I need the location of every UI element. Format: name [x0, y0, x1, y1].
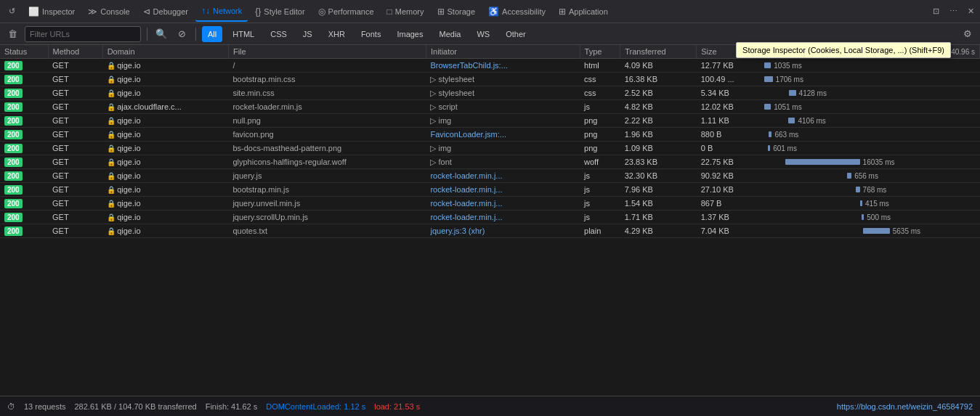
cell-initiator[interactable]: FaviconLoader.jsm:... — [426, 128, 580, 142]
cell-file[interactable]: favicon.png — [228, 128, 426, 142]
cell-type: js — [580, 100, 620, 114]
cell-initiator[interactable]: rocket-loader.min.j... — [426, 197, 580, 211]
cell-file[interactable]: jquery.unveil.min.js — [228, 197, 426, 211]
cell-size: 1.11 KB — [697, 114, 760, 128]
cell-file[interactable]: / — [228, 59, 426, 73]
cell-file[interactable]: null.png — [228, 114, 426, 128]
cell-transferred: 1.09 KB — [620, 142, 697, 155]
cell-timeline: 1035 ms — [760, 59, 979, 73]
storage-tab[interactable]: ⊞ Storage — [432, 1, 482, 22]
table-row[interactable]: 200GET🔒qige.iobootstrap.min.css▷ stylesh… — [0, 73, 980, 86]
cell-initiator: ▷ script — [426, 100, 580, 114]
cell-file[interactable]: bootstrap.min.js — [228, 183, 426, 197]
performance-tab[interactable]: ◎ Performance — [312, 1, 380, 22]
inspector-tab[interactable]: ⬜ Inspector — [23, 1, 81, 22]
table-row[interactable]: 200GET🔒qige.iosite.min.css▷ stylesheetcs… — [0, 86, 980, 100]
table-row[interactable]: 200GET🔒qige.iojquery.unveil.min.jsrocket… — [0, 197, 980, 211]
cell-initiator[interactable]: jquery.js:3 (xhr) — [426, 224, 580, 238]
console-tab[interactable]: ≫ Console — [82, 1, 135, 22]
cell-status: 200 — [0, 169, 48, 183]
table-row[interactable]: 200GET🔒qige.io/BrowserTabChild.js:...htm… — [0, 59, 980, 73]
network-table-scroll[interactable]: Status Method Domain File Initiator Type… — [0, 45, 980, 238]
network-settings-button[interactable]: ⚙ — [960, 26, 976, 42]
table-row[interactable]: 200GET🔒qige.iofavicon.pngFaviconLoader.j… — [0, 128, 980, 142]
network-requests-table: Status Method Domain File Initiator Type… — [0, 45, 980, 238]
filter-all-button[interactable]: All — [202, 26, 222, 42]
memory-tab[interactable]: □ Memory — [381, 1, 430, 22]
accessibility-icon: ♿ — [488, 7, 499, 17]
reload-button[interactable]: ↺ — [3, 1, 21, 22]
cell-initiator[interactable]: rocket-loader.min.j... — [426, 183, 580, 197]
filter-fonts-button[interactable]: Fonts — [355, 26, 387, 42]
table-row[interactable]: 200GET🔒qige.iojquery.scrollUp.min.jsrock… — [0, 211, 980, 224]
table-row[interactable]: 200GET🔒qige.iobootstrap.min.jsrocket-loa… — [0, 183, 980, 197]
cell-type: css — [580, 73, 620, 86]
filter-html-button[interactable]: HTML — [227, 26, 260, 42]
cell-timeline: 1051 ms — [760, 100, 979, 114]
cell-file[interactable]: rocket-loader.min.js — [228, 100, 426, 114]
filter-css-button[interactable]: CSS — [264, 26, 293, 42]
cell-file[interactable]: glyphicons-halflings-regular.woff — [228, 155, 426, 169]
cell-file[interactable]: jquery.scrollUp.min.js — [228, 211, 426, 224]
cell-file[interactable]: jquery.js — [228, 169, 426, 183]
performance-icon: ◎ — [318, 7, 325, 17]
col-transferred[interactable]: Transferred — [620, 45, 697, 59]
cell-timeline: 4128 ms — [760, 86, 979, 100]
filter-js-button[interactable]: JS — [297, 26, 318, 42]
col-initiator[interactable]: Initiator — [426, 45, 580, 59]
col-method[interactable]: Method — [48, 45, 102, 59]
cell-status: 200 — [0, 142, 48, 155]
cell-method: GET — [48, 100, 102, 114]
filter-xhr-button[interactable]: XHR — [323, 26, 351, 42]
style-editor-tab[interactable]: {} Style Editor — [249, 1, 310, 22]
table-row[interactable]: 200GET🔒qige.ionull.png▷ imgpng2.22 KB1.1… — [0, 114, 980, 128]
cell-transferred: 1.54 KB — [620, 197, 697, 211]
cell-timeline: 656 ms — [760, 169, 979, 183]
cell-status: 200 — [0, 224, 48, 238]
cell-initiator[interactable]: rocket-loader.min.j... — [426, 169, 580, 183]
cell-file[interactable]: bs-docs-masthead-pattern.png — [228, 142, 426, 155]
cell-transferred: 4.29 KB — [620, 224, 697, 238]
cell-status: 200 — [0, 114, 48, 128]
filter-ws-button[interactable]: WS — [471, 26, 495, 42]
cell-file[interactable]: site.min.css — [228, 86, 426, 100]
table-row[interactable]: 200GET🔒qige.ioglyphicons-halflings-regul… — [0, 155, 980, 169]
cell-initiator[interactable]: rocket-loader.min.j... — [426, 211, 580, 224]
filter-media-button[interactable]: Media — [433, 26, 466, 42]
table-row[interactable]: 200GET🔒qige.ioquotes.txtjquery.js:3 (xhr… — [0, 224, 980, 238]
more-tools-icon[interactable]: ⋯ — [947, 5, 960, 17]
cell-initiator[interactable]: BrowserTabChild.js:... — [426, 59, 580, 73]
cell-transferred: 1.96 KB — [620, 128, 697, 142]
accessibility-tab[interactable]: ♿ Accessibility — [482, 1, 551, 22]
application-tab[interactable]: ⊞ Application — [553, 1, 614, 22]
filter-url-input[interactable] — [25, 26, 141, 42]
cell-domain: 🔒qige.io — [102, 73, 228, 86]
cell-type: js — [580, 169, 620, 183]
network-tab[interactable]: ↑↓ Network — [195, 1, 248, 22]
col-domain[interactable]: Domain — [102, 45, 228, 59]
cell-file[interactable]: quotes.txt — [228, 224, 426, 238]
table-row[interactable]: 200GET🔒ajax.cloudflare.c...rocket-loader… — [0, 100, 980, 114]
col-file[interactable]: File — [228, 45, 426, 59]
table-row[interactable]: 200GET🔒qige.iobs-docs-masthead-pattern.p… — [0, 142, 980, 155]
cell-method: GET — [48, 114, 102, 128]
cell-type: png — [580, 114, 620, 128]
debugger-tab[interactable]: ⊲ Debugger — [137, 1, 194, 22]
col-type[interactable]: Type — [580, 45, 620, 59]
cell-file[interactable]: bootstrap.min.css — [228, 73, 426, 86]
block-url-button[interactable]: ⊘ — [174, 26, 190, 42]
col-status[interactable]: Status — [0, 45, 48, 59]
cell-timeline: 16035 ms — [760, 155, 979, 169]
filter-other-button[interactable]: Other — [500, 26, 532, 42]
filter-images-button[interactable]: Images — [391, 26, 429, 42]
cell-method: GET — [48, 86, 102, 100]
cell-timeline: 768 ms — [760, 183, 979, 197]
search-button[interactable]: 🔍 — [153, 26, 169, 42]
close-devtools-icon[interactable]: ✕ — [965, 5, 977, 17]
table-body: 200GET🔒qige.io/BrowserTabChild.js:...htm… — [0, 59, 980, 238]
table-row[interactable]: 200GET🔒qige.iojquery.jsrocket-loader.min… — [0, 169, 980, 183]
clear-network-button[interactable]: 🗑 — [4, 26, 20, 42]
cell-type: png — [580, 128, 620, 142]
cell-domain: 🔒qige.io — [102, 211, 228, 224]
responsive-design-icon[interactable]: ⊡ — [930, 5, 942, 17]
